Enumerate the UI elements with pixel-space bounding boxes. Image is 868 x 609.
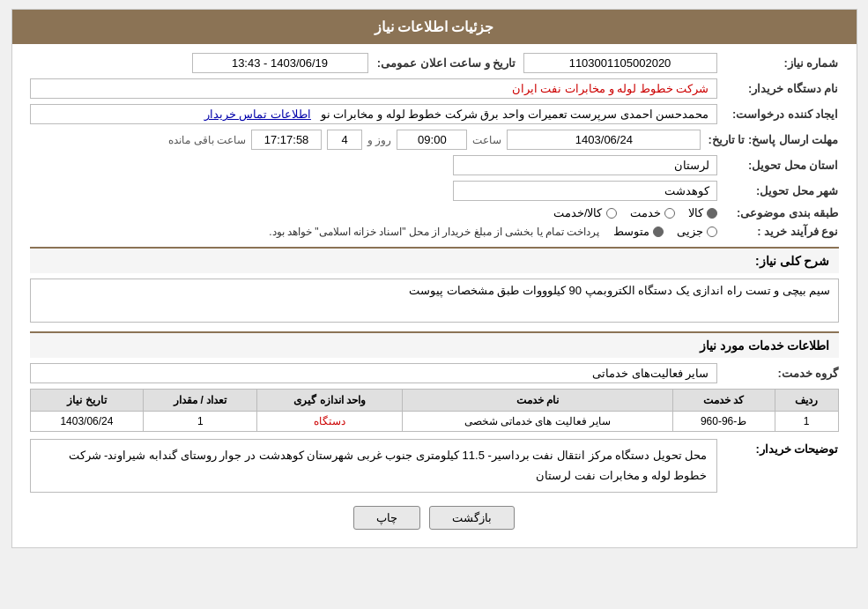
purchase-jozii-label: جزیی: [677, 225, 703, 238]
need-number-label: شماره نیاز:: [724, 56, 839, 70]
province-row: استان محل تحویل: لرستان: [30, 155, 839, 175]
category-radio-group: کالا خدمت کالا/خدمت: [553, 206, 717, 219]
purchase-type-label: نوع فرآیند خرید :: [724, 225, 839, 238]
category-radio-khedmat[interactable]: [664, 208, 675, 219]
table-header-row: ردیف کد خدمت نام خدمت واحد اندازه گیری ت…: [30, 390, 838, 412]
table-row: 1 ط-96-960 سایر فعالیت های خدماتی شخصی د…: [30, 412, 838, 432]
col-header-name: نام خدمت: [403, 390, 673, 412]
print-button[interactable]: چاپ: [353, 506, 420, 530]
service-info-section-title: اطلاعات خدمات مورد نیاز: [30, 331, 839, 358]
time-label-static: ساعت: [472, 134, 501, 146]
need-desc-title-text: شرح کلی نیاز:: [755, 254, 829, 268]
purchase-radio-motavasset[interactable]: [653, 227, 664, 237]
page-title: جزئیات اطلاعات نیاز: [375, 19, 494, 34]
category-kala-label: کالا: [688, 206, 703, 219]
cell-qty: 1: [144, 412, 257, 432]
cell-row: 1: [775, 412, 838, 432]
need-desc-section-title: شرح کلی نیاز:: [30, 247, 839, 273]
action-buttons: بازگشت چاپ: [30, 506, 839, 530]
creator-row: ایجاد کننده درخواست: محمدحسن احمدی سرپرس…: [30, 104, 839, 124]
category-radio-kala-khedmat[interactable]: [606, 208, 617, 219]
need-desc-textarea[interactable]: سیم بیچی و تست راه اندازی یک دستگاه الکت…: [30, 279, 839, 323]
col-header-row: ردیف: [775, 390, 838, 412]
need-number-value: 1103001105002020: [523, 53, 717, 73]
category-option-kala: کالا: [688, 206, 717, 219]
city-label: شهر محل تحویل:: [724, 184, 839, 197]
service-group-row: گروه خدمت: سایر فعالیت‌های خدماتی: [30, 363, 839, 383]
page-header: جزئیات اطلاعات نیاز: [12, 10, 857, 44]
category-kala-khedmat-label: کالا/خدمت: [553, 206, 603, 219]
creator-link[interactable]: اطلاعات تماس خریدار: [204, 108, 311, 121]
province-value: لرستان: [453, 155, 717, 175]
need-number-row: شماره نیاز: 1103001105002020 تاریخ و ساع…: [30, 53, 839, 73]
category-row: طبقه بندی موضوعی: کالا خدمت کالا/خدمت: [30, 206, 839, 219]
service-group-value: سایر فعالیت‌های خدماتی: [30, 363, 717, 383]
need-desc-row: سیم بیچی و تست راه اندازی یک دستگاه الکت…: [30, 279, 839, 323]
service-group-label: گروه خدمت:: [724, 367, 839, 380]
remaining-label: ساعت باقی مانده: [168, 134, 246, 146]
creator-label: ایجاد کننده درخواست:: [724, 108, 839, 121]
buyer-desc-row: توضیحات خریدار: محل تحویل دستگاه مرکز ان…: [30, 439, 839, 493]
buyer-name-row: نام دستگاه خریدار: شرکت خطوط لوله و مخاب…: [30, 78, 839, 99]
col-header-unit: واحد اندازه گیری: [257, 390, 403, 412]
buyer-desc-label: توضیحات خریدار:: [724, 439, 839, 456]
services-table: ردیف کد خدمت نام خدمت واحد اندازه گیری ت…: [30, 389, 839, 432]
category-label: طبقه بندی موضوعی:: [724, 206, 839, 219]
purchase-radio-jozii[interactable]: [707, 227, 717, 237]
purchase-type-note: پرداخت تمام یا بخشی از مبلغ خریدار از مح…: [269, 226, 599, 238]
creator-text: محمدحسن احمدی سرپرست تعمیرات واحد برق شر…: [321, 108, 709, 121]
deadline-label: مهلت ارسال پاسخ: تا تاریخ:: [708, 133, 838, 146]
category-option-khedmat: خدمت: [630, 206, 675, 219]
main-container: جزئیات اطلاعات نیاز شماره نیاز: 11030011…: [11, 9, 857, 548]
cell-code: ط-96-960: [672, 412, 775, 432]
purchase-type-row: نوع فرآیند خرید : جزیی متوسط پرداخت تمام…: [30, 225, 839, 238]
deadline-days: 4: [327, 130, 362, 150]
buyer-desc-value: محل تحویل دستگاه مرکز انتقال نفت برداسیر…: [30, 439, 717, 493]
category-khedmat-label: خدمت: [630, 206, 661, 219]
purchase-type-radio-group: جزیی متوسط پرداخت تمام یا بخشی از مبلغ خ…: [269, 225, 716, 238]
days-label-static: روز و: [367, 134, 391, 146]
buyer-name-label: نام دستگاه خریدار:: [724, 82, 839, 95]
creator-value: محمدحسن احمدی سرپرست تعمیرات واحد برق شر…: [30, 104, 717, 124]
category-radio-kala[interactable]: [707, 208, 717, 219]
purchase-type-jozii: جزیی: [677, 225, 717, 238]
content-area: شماره نیاز: 1103001105002020 تاریخ و ساع…: [12, 44, 857, 547]
deadline-time: 09:00: [397, 130, 467, 150]
cell-date: 1403/06/24: [30, 412, 144, 432]
service-info-title-text: اطلاعات خدمات مورد نیاز: [700, 338, 830, 353]
city-row: شهر محل تحویل: کوهدشت: [30, 181, 839, 201]
col-header-qty: تعداد / مقدار: [144, 390, 257, 412]
category-option-kala-khedmat: کالا/خدمت: [553, 206, 617, 219]
col-header-date: تاریخ نیاز: [30, 390, 144, 412]
cell-name: سایر فعالیت های خدماتی شخصی: [403, 412, 673, 432]
deadline-time2: 17:17:58: [251, 130, 322, 150]
city-value: کوهدشت: [453, 181, 717, 201]
province-label: استان محل تحویل:: [724, 159, 839, 172]
cell-unit: دستگاه: [257, 412, 403, 432]
back-button[interactable]: بازگشت: [429, 506, 515, 530]
col-header-code: کد خدمت: [672, 390, 775, 412]
purchase-motavasset-label: متوسط: [613, 225, 649, 238]
buyer-name-value: شرکت خطوط لوله و مخابرات نفت ایران: [30, 78, 717, 99]
public-announce-value: 1403/06/19 - 13:43: [192, 53, 368, 73]
deadline-datetime: 1403/06/24 ساعت 09:00 روز و 4 17:17:58 س…: [168, 130, 701, 150]
deadline-row: مهلت ارسال پاسخ: تا تاریخ: 1403/06/24 سا…: [30, 130, 839, 150]
purchase-type-motavasset: متوسط: [613, 225, 664, 238]
deadline-date: 1403/06/24: [507, 130, 701, 150]
public-announce-label: تاریخ و ساعت اعلان عمومی:: [375, 56, 516, 70]
